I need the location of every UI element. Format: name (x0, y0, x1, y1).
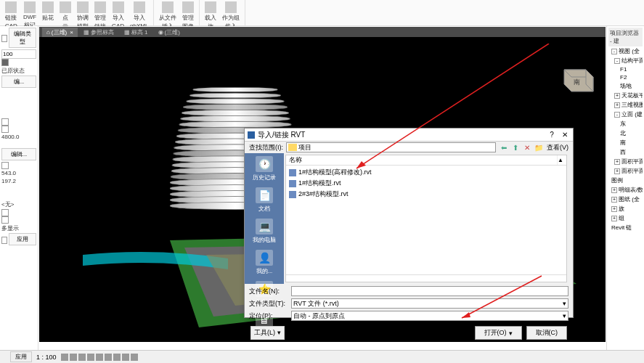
filename-input[interactable] (291, 286, 568, 296)
sb-icon[interactable] (131, 354, 138, 361)
tree-item[interactable]: -立面 (建 (608, 110, 643, 119)
sb-icon[interactable] (105, 354, 112, 361)
file-item[interactable]: 1#结构模型.rvt (288, 178, 565, 189)
dialog-title: 导入/链接 RVT (258, 130, 547, 140)
place-item[interactable]: 👤我的... (246, 250, 282, 275)
checkbox[interactable] (1, 118, 9, 126)
checkbox[interactable] (1, 216, 9, 224)
cancel-button[interactable]: 取消(C) (526, 326, 568, 340)
position-label: 定位(P): (249, 311, 288, 321)
filetype-label: 文件类型(T): (249, 299, 288, 309)
tree-item[interactable]: 北 (608, 129, 643, 138)
dialog-titlebar[interactable]: 导入/链接 RVT ? ✕ (245, 129, 573, 142)
tree-item[interactable]: 场地 (608, 81, 643, 91)
sb-icon[interactable] (78, 354, 86, 361)
help-button[interactable]: ? (547, 131, 557, 139)
lookin-label: 查找范围(I): (249, 143, 283, 152)
checkbox[interactable] (1, 35, 7, 42)
tree-item[interactable]: F2 (608, 73, 643, 81)
filetype-select[interactable]: RVT 文件 (*.rvt)▾ (291, 298, 568, 309)
nav-cube[interactable]: 南 (553, 59, 597, 99)
rvt-file-icon (289, 180, 296, 187)
tree-item[interactable]: +明细表/数 (608, 185, 643, 195)
scale-display[interactable]: 1 : 100 (36, 354, 57, 361)
sb-icon[interactable] (122, 354, 129, 361)
svg-text:南: 南 (574, 78, 580, 86)
place-item[interactable]: 💻我的电脑 (246, 219, 282, 244)
tree-item[interactable]: +族 (608, 204, 643, 213)
project-browser: 项目浏览器 - 建 -视图 (全-结构平面F1F2场地+天花板平+三维视图-立面… (606, 26, 644, 353)
sb-icon[interactable] (61, 354, 68, 361)
filename-label: 文件名(N): (249, 287, 288, 296)
value: 4800.0 (1, 133, 36, 141)
edit-btn[interactable]: 编... (1, 76, 36, 88)
view-btn[interactable]: 查看(V) (547, 143, 568, 152)
tree-item[interactable]: +图纸 (全 (608, 195, 643, 204)
checkbox[interactable] (1, 59, 9, 66)
tree-item[interactable]: 西 (608, 147, 643, 157)
tree-item[interactable]: 东 (608, 119, 643, 129)
apply-status-btn[interactable]: 应用 (10, 351, 32, 362)
checkbox[interactable] (1, 237, 7, 244)
checkbox[interactable] (1, 126, 9, 133)
position-select[interactable]: 自动 - 原点到原点▾ (291, 311, 568, 321)
3d-icon: ◉ (158, 29, 163, 36)
sb-icon[interactable] (70, 354, 77, 361)
tab-3d-2[interactable]: ◉(三维) (154, 28, 184, 37)
rvt-file-icon (289, 191, 296, 198)
status-bar: 应用 1 : 100 (0, 350, 644, 363)
file-area: 名称 ▲ 1#结构模型(高程修改).rvt1#结构模型.rvt2#3#结构模型.… (285, 155, 567, 282)
tree-item[interactable]: +天花板平 (608, 91, 643, 100)
folder-combo[interactable]: 项目 (286, 142, 496, 152)
close-icon[interactable]: × (70, 29, 73, 36)
value-input[interactable] (1, 49, 36, 59)
folder-icon (288, 144, 297, 151)
tree-item[interactable]: +组 (608, 213, 643, 223)
tree-item[interactable]: 图例 (608, 176, 643, 185)
up-btn[interactable]: ⬆ (510, 142, 521, 152)
place-item[interactable]: 📄文档 (246, 187, 282, 213)
tree-item[interactable]: +面积平面 (608, 166, 643, 176)
tree-item[interactable]: F1 (608, 65, 643, 73)
tools-btn[interactable]: 工具(L) ▾ (250, 326, 285, 340)
checkbox[interactable] (1, 162, 9, 169)
tree-item[interactable]: +三维视图 (608, 100, 643, 110)
edit-type-btn[interactable]: 编辑类型 (9, 28, 36, 48)
tree-item[interactable]: 南 (608, 138, 643, 147)
revit-icon (248, 131, 255, 139)
tab-level1[interactable]: ▦标高 1 (120, 28, 152, 37)
ribbon-group-2: 从文件插入 管理图像 » (154, 0, 200, 25)
label: 多显示 (1, 224, 36, 233)
properties-panel: 编辑类型 已原状态 编... 4800.0 编辑... 543.0 197.2 … (0, 26, 38, 353)
tab-level[interactable]: ▦参照标高 (79, 28, 118, 37)
plan-icon: ▦ (83, 29, 89, 36)
checkbox[interactable] (1, 209, 9, 216)
view-tabs: ⌂(三维)× ▦参照标高 ▦标高 1 ◉(三维) (39, 27, 606, 37)
file-item[interactable]: 2#3#结构模型.rvt (288, 189, 565, 200)
tree-item[interactable]: -视图 (全 (608, 46, 643, 56)
newfolder-btn[interactable]: 📁 (534, 142, 544, 152)
ribbon: 链接CAD DWF标记 贴花 点云 协调模型 管理链接 导入CAD 导入gbXM… (0, 0, 644, 26)
dialog-toolbar: 查找范围(I): 项目 ⬅ ⬆ ✕ 📁 查看(V) (245, 142, 573, 153)
place-item[interactable]: 🕐历史记录 (246, 156, 282, 182)
tree-item[interactable]: +面积平面 (608, 157, 643, 166)
close-button[interactable]: ✕ (560, 131, 570, 139)
places-sidebar: 🕐历史记录📄文档💻我的电脑👤我的...⭐收藏夹🖥桌面 (245, 153, 284, 284)
edit-btn-2[interactable]: 编辑... (1, 148, 36, 160)
tree-item[interactable]: Revit 链 (608, 223, 643, 232)
file-item[interactable]: 1#结构模型(高程修改).rvt (288, 167, 565, 178)
sb-icon[interactable] (113, 354, 121, 361)
apply-btn[interactable]: 应用 (9, 233, 36, 245)
sb-icon[interactable] (87, 354, 94, 361)
open-button[interactable]: 打开(O)▾ (475, 326, 522, 340)
tree-item[interactable]: -结构平面 (608, 56, 643, 65)
back-btn[interactable]: ⬅ (499, 142, 509, 152)
tree-root: -视图 (全-结构平面F1F2场地+天花板平+三维视图-立面 (建东北南西+面积… (608, 46, 643, 232)
name-col[interactable]: 名称 (289, 155, 558, 165)
delete-btn[interactable]: ✕ (522, 142, 532, 152)
tab-3d[interactable]: ⌂(三维)× (42, 28, 78, 37)
preview-label: 预览 (571, 153, 573, 284)
sb-icon[interactable] (96, 354, 103, 361)
file-list[interactable]: 1#结构模型(高程修改).rvt1#结构模型.rvt2#3#结构模型.rvt (286, 166, 566, 274)
value: <无> (1, 200, 36, 209)
